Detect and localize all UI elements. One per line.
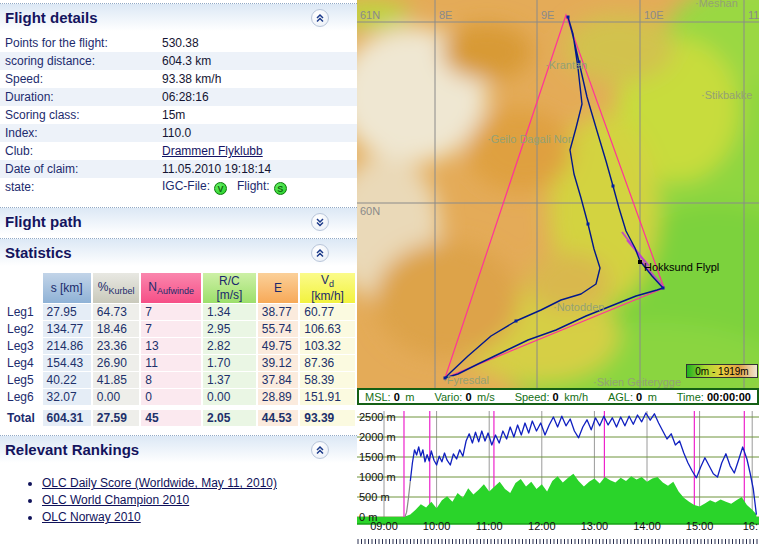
barogram-chart[interactable]: 2500 m2000 m1500 m1000 m500 m0 m09:0010:…: [357, 405, 759, 532]
column-header: E: [258, 273, 298, 303]
leg-value: 1.37: [203, 372, 256, 388]
collapse-button-flight-details[interactable]: [311, 9, 329, 27]
leg-value: 38.77: [258, 304, 298, 320]
total-value: 2.05: [203, 410, 256, 426]
leg-value: 103.32: [300, 338, 355, 354]
grid-label: 9E: [541, 9, 554, 21]
detail-row: Speed:93.38 km/h: [0, 70, 357, 88]
table-row: Leg632.070.0000.0028.89151.91: [5, 389, 355, 405]
grid-label: 11: [748, 9, 759, 21]
detail-label: Club:: [5, 144, 162, 158]
total-value: 45: [141, 410, 201, 426]
grid-label: 8E: [439, 9, 452, 21]
grid-label: 10E: [644, 9, 664, 21]
leg-value: 55.74: [258, 321, 298, 337]
status-unit: km/h: [559, 391, 588, 403]
leg-value: 87.36: [300, 355, 355, 371]
leg-value: 60.77: [300, 304, 355, 320]
x-axis-label: 13:00: [581, 520, 609, 532]
statistics-header-row: s [km]%KurbelNAufwindeR/C [m/s]EVd [km/h…: [5, 273, 355, 303]
detail-label: Scoring class:: [5, 108, 162, 122]
status-unit: m: [400, 391, 415, 403]
leg-value: 64.73: [93, 304, 140, 320]
table-row: Leg540.2241.8581.3737.8458.39: [5, 372, 355, 388]
status-label: Speed:: [515, 391, 553, 403]
flight-map[interactable]: 8E9E10E1161N60N ·Meshan·Kranten·Stikbakk…: [357, 0, 759, 388]
rankings-title: Relevant Rankings: [5, 441, 139, 458]
status-segment: AGL: 0 m: [608, 391, 657, 403]
club-link[interactable]: Drammen Flyklubb: [162, 144, 263, 158]
detail-label: Speed:: [5, 72, 162, 86]
list-item: OLC World Champion 2010: [42, 492, 357, 509]
telemetry-status-bar: MSL: 0 mVario: 0 m/sSpeed: 0 km/hAGL: 0 …: [357, 388, 759, 405]
rankings-header: Relevant Rankings: [0, 436, 357, 463]
x-axis-label: 09:00: [370, 520, 398, 532]
detail-row: Points for the flight:530.38: [0, 34, 357, 52]
leg-value: 0: [141, 389, 201, 405]
leg-value: 7: [141, 321, 201, 337]
x-axis-label: 15:00: [686, 520, 714, 532]
leg-value: 41.85: [93, 372, 140, 388]
status-badge-v: V: [214, 182, 227, 195]
spacer-cell: [300, 406, 355, 409]
leg-value: 0.00: [93, 389, 140, 405]
ranking-link[interactable]: OLC Norway 2010: [42, 510, 141, 524]
leg-value: 8: [141, 372, 201, 388]
leg-value: 40.22: [43, 372, 91, 388]
time-scrub-ruler[interactable]: [357, 538, 759, 544]
leg-value: 13: [141, 338, 201, 354]
leg-value: 23.36: [93, 338, 140, 354]
y-axis-label: 1000 m: [359, 471, 396, 483]
spacer-cell: [141, 406, 201, 409]
detail-label: Points for the flight:: [5, 36, 162, 50]
x-axis-label: 16:: [743, 520, 758, 532]
detail-label: Index:: [5, 126, 162, 140]
status-segment: Speed: 0 km/h: [515, 391, 588, 403]
leg-value: 134.77: [43, 321, 91, 337]
leg-value: 32.07: [43, 389, 91, 405]
spacer-cell: [203, 406, 256, 409]
status-unit: m/s: [472, 391, 495, 403]
total-value: 93.39: [300, 410, 355, 426]
collapse-button-rankings[interactable]: [311, 441, 329, 459]
detail-label: state:: [5, 180, 162, 194]
y-axis-label: 2500 m: [359, 411, 396, 423]
spacer-row: [5, 406, 355, 409]
state-items: IGC-File:VFlight:S: [162, 179, 297, 195]
leg-label: Leg5: [5, 372, 41, 388]
place-label: ·Kranten: [545, 59, 587, 71]
x-axis-label: 10:00: [423, 520, 451, 532]
detail-value: 11.05.2010 19:18:14: [162, 162, 271, 176]
x-axis-label: 14:00: [633, 520, 661, 532]
leg-label: Leg2: [5, 321, 41, 337]
track-fix-dot: [515, 320, 518, 323]
list-item: OLC Norway 2010: [42, 509, 357, 526]
track-fix-dot: [662, 287, 665, 290]
track-fix-dot: [612, 185, 615, 188]
detail-row: scoring distance:604.3 km: [0, 52, 357, 70]
chevrons-up-icon: [315, 13, 325, 23]
section-flight-path: Flight path: [0, 207, 357, 235]
section-flight-details: Flight details Points for the flight:530…: [0, 3, 357, 204]
collapse-button-statistics[interactable]: [311, 244, 329, 262]
leg-value: 39.12: [258, 355, 298, 371]
table-row: Leg2134.7718.4672.9555.74106.63: [5, 321, 355, 337]
chevrons-down-icon: [315, 217, 325, 227]
total-value: 27.59: [93, 410, 140, 426]
collapse-button-flight-path[interactable]: [311, 213, 329, 231]
ranking-link[interactable]: OLC Daily Score (Worldwide, May 11, 2010…: [42, 476, 277, 490]
section-statistics: Statistics s [km]%KurbelNAufwindeR/C [m/…: [0, 238, 357, 427]
leg-value: 49.75: [258, 338, 298, 354]
column-header: NAufwinde: [141, 273, 201, 303]
leg-value: 26.90: [93, 355, 140, 371]
chevrons-up-icon: [315, 445, 325, 455]
detail-value: 15m: [162, 108, 185, 122]
table-row: Leg3214.8623.36132.8249.75103.32: [5, 338, 355, 354]
flight-info-page: Flight details Points for the flight:530…: [0, 0, 759, 544]
takeoff-segment: [405, 481, 410, 517]
table-row: Leg4154.4326.90111.7039.1287.36: [5, 355, 355, 371]
ranking-link[interactable]: OLC World Champion 2010: [42, 493, 189, 507]
leg-value: 18.46: [93, 321, 140, 337]
place-label: Hokksund Flypl: [644, 261, 719, 273]
right-panel: 8E9E10E1161N60N ·Meshan·Kranten·Stikbakk…: [357, 0, 759, 544]
